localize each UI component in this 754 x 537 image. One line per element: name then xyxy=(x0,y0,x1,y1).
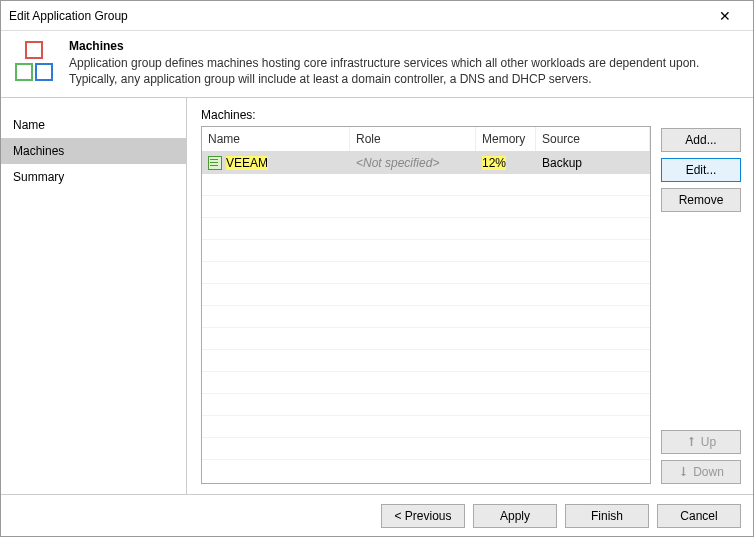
down-button[interactable]: 🠗Down xyxy=(661,460,741,484)
header-title: Machines xyxy=(69,39,741,53)
cancel-button[interactable]: Cancel xyxy=(657,504,741,528)
sidebar-item-summary[interactable]: Summary xyxy=(1,164,186,190)
finish-button[interactable]: Finish xyxy=(565,504,649,528)
remove-button[interactable]: Remove xyxy=(661,188,741,212)
edit-button[interactable]: Edit... xyxy=(661,158,741,182)
vm-icon xyxy=(208,156,222,170)
app-group-icon xyxy=(13,39,57,83)
row-source: Backup xyxy=(536,152,650,174)
table-header: Name Role Memory Source xyxy=(202,127,650,152)
footer: < Previous Apply Finish Cancel xyxy=(1,494,753,536)
header: Machines Application group defines machi… xyxy=(1,31,753,99)
col-source[interactable]: Source xyxy=(536,127,650,151)
titlebar: Edit Application Group ✕ xyxy=(1,1,753,31)
row-memory: 12% xyxy=(482,156,506,170)
arrow-up-icon: 🠕 xyxy=(686,436,697,448)
col-name[interactable]: Name xyxy=(202,127,350,151)
apply-button[interactable]: Apply xyxy=(473,504,557,528)
sidebar: Name Machines Summary xyxy=(1,98,187,494)
row-name: VEEAM xyxy=(226,156,268,170)
table-row[interactable]: VEEAM <Not specified> 12% Backup xyxy=(202,152,650,174)
col-memory[interactable]: Memory xyxy=(476,127,536,151)
row-role: <Not specified> xyxy=(350,152,476,174)
arrow-down-icon: 🠗 xyxy=(678,466,689,478)
machines-table: Name Role Memory Source VEEAM <Not speci… xyxy=(201,126,651,484)
add-button[interactable]: Add... xyxy=(661,128,741,152)
sidebar-item-name[interactable]: Name xyxy=(1,112,186,138)
close-icon[interactable]: ✕ xyxy=(705,2,745,30)
machines-label: Machines: xyxy=(201,108,651,122)
header-desc: Application group defines machines hosti… xyxy=(69,55,741,87)
previous-button[interactable]: < Previous xyxy=(381,504,465,528)
col-role[interactable]: Role xyxy=(350,127,476,151)
up-button[interactable]: 🠕Up xyxy=(661,430,741,454)
sidebar-item-machines[interactable]: Machines xyxy=(1,138,186,164)
window-title: Edit Application Group xyxy=(9,9,705,23)
